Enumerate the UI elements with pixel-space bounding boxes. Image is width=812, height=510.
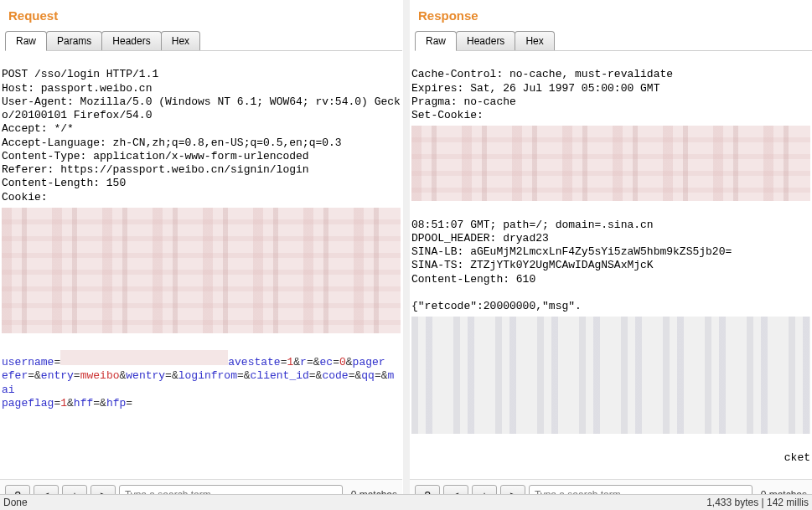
request-line: Accept: */* (2, 122, 74, 135)
response-line: Content-Length: 610 (411, 273, 535, 286)
request-line: POST /sso/login HTTP/1.1 (2, 68, 158, 80)
response-line: }, loginresulturl : (411, 478, 535, 479)
response-content[interactable]: Cache-Control: no-cache, must-revalidate… (410, 51, 812, 479)
response-line: Cache-Control: no-cache, must-revalidate (411, 68, 673, 80)
response-line: cket (411, 451, 810, 465)
response-title: Response (418, 8, 812, 23)
tab-params[interactable]: Params (46, 31, 102, 50)
response-line: Pragma: no-cache (411, 95, 516, 108)
request-line: Referer: https://passport.weibo.cn/signi… (2, 163, 309, 176)
tab-hex[interactable]: Hex (515, 31, 554, 50)
request-line: Host: passport.weibo.cn (2, 82, 152, 95)
redacted-block (411, 126, 810, 201)
request-title: Request (8, 8, 402, 23)
request-params: username=avestate=1&r=&ec=0&pager efer=&… (2, 350, 401, 410)
panel-divider[interactable] (403, 0, 410, 510)
request-line: User-Agent: Mozilla/5.0 (Windows NT 6.1;… (2, 95, 401, 121)
response-line: SINA-TS: ZTZjYTk0Y2UgMCAwIDAgNSAxMjcK (411, 259, 654, 271)
status-right: 1,433 bytes | 142 millis (706, 497, 809, 508)
request-line: Cookie: (2, 191, 48, 203)
status-left: Done (3, 497, 28, 508)
request-line: Content-Length: 150 (2, 177, 126, 189)
tab-hex[interactable]: Hex (161, 31, 200, 50)
response-line: Expires: Sat, 26 Jul 1997 05:00:00 GMT (411, 82, 659, 95)
tab-raw[interactable]: Raw (415, 31, 457, 51)
request-line: Content-Type: application/x-www-form-url… (2, 150, 309, 162)
response-panel: Response Raw Headers Hex Cache-Control: … (410, 0, 812, 510)
request-line: Accept-Language: zh-CN,zh;q=0.8,en-US;q=… (2, 137, 342, 149)
request-tabs: Raw Params Headers Hex (5, 31, 402, 51)
tab-raw[interactable]: Raw (5, 31, 47, 51)
tab-headers[interactable]: Headers (456, 31, 515, 50)
response-line: {"retcode":20000000,"msg". (411, 300, 582, 312)
response-line: 08:51:07 GMT; path=/; domain=.sina.cn (411, 219, 654, 231)
response-line: SINA-LB: aGEuMjM2LmcxLnF4Zy5sYi5zaW5hbm9… (411, 245, 732, 258)
request-content[interactable]: POST /sso/login HTTP/1.1 Host: passport.… (0, 51, 402, 479)
status-bar: Done 1,433 bytes | 142 millis (0, 494, 812, 510)
response-tabs: Raw Headers Hex (415, 31, 812, 51)
response-line: Set-Cookie: (411, 109, 484, 121)
tab-headers[interactable]: Headers (101, 31, 161, 50)
response-line: DPOOL_HEADER: dryad23 (411, 232, 549, 245)
redacted-block (411, 317, 810, 434)
redacted-block (2, 208, 401, 333)
request-panel: Request Raw Params Headers Hex POST /sso… (0, 0, 403, 510)
